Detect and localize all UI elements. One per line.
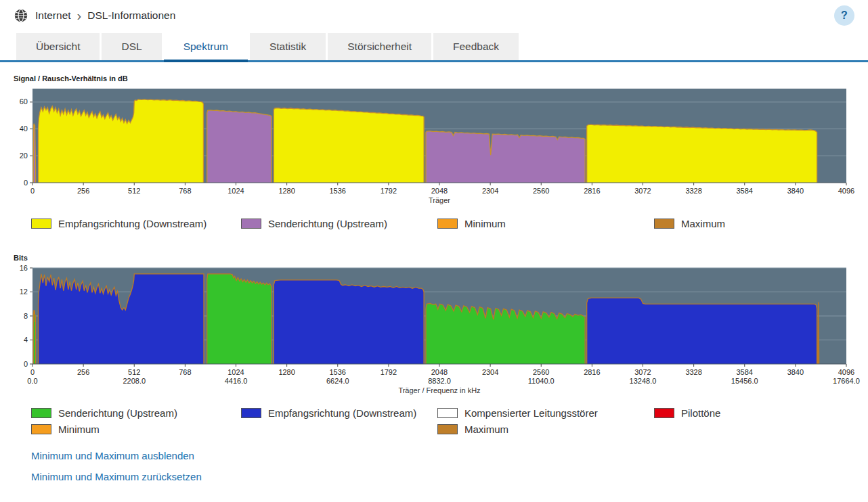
- y-tick-label: 0: [24, 360, 28, 368]
- internet-globe-icon: [14, 8, 28, 23]
- x-tick-label: 512: [128, 187, 140, 195]
- legend-item: Senderichtung (Upstream): [241, 218, 437, 229]
- tab-bar: Übersicht DSL Spektrum Statistik Störsic…: [0, 31, 868, 62]
- x-tick-label: 1280: [278, 187, 295, 195]
- x-tick-label: 512: [128, 368, 140, 376]
- legend-item: Minimum: [437, 218, 654, 229]
- x-tick-label: 1024: [227, 187, 244, 195]
- legend-swatch: [241, 219, 261, 229]
- y-tick-label: 4: [24, 336, 28, 344]
- legend-swatch: [437, 219, 458, 229]
- legend-label: Kompensierter Leitungsstörer: [464, 407, 598, 419]
- y-tick-label: 0: [24, 179, 28, 187]
- freq-tick-label: 8832.0: [428, 377, 451, 385]
- x-tick-label: 3072: [634, 187, 651, 195]
- legend-swatch: [31, 408, 51, 418]
- x-tick-label: 768: [179, 368, 191, 376]
- y-tick-label: 8: [24, 312, 28, 320]
- x-tick-label: 768: [179, 187, 191, 195]
- legend-item: Empfangsrichtung (Downstream): [241, 407, 437, 419]
- x-tick-label: 2304: [482, 187, 498, 195]
- snr-chart-legend: Empfangsrichtung (Downstream)Senderichtu…: [31, 218, 868, 229]
- help-button[interactable]: ?: [834, 5, 854, 26]
- freq-tick-label: 17664.0: [833, 377, 860, 385]
- freq-tick-label: 2208.0: [123, 377, 146, 385]
- page-title: DSL-Informationen: [87, 9, 175, 22]
- x-tick-label: 1792: [381, 187, 397, 195]
- x-tick-label: 2560: [533, 187, 549, 195]
- chart-band: [207, 274, 272, 364]
- x-tick-label: 4096: [838, 368, 854, 376]
- breadcrumb-section: Internet: [35, 9, 71, 22]
- legend-swatch: [437, 424, 458, 434]
- legend-label: Senderichtung (Upstream): [268, 218, 387, 229]
- breadcrumb: Internet › DSL-Informationen ?: [0, 0, 868, 31]
- legend-label: Empfangsrichtung (Downstream): [268, 407, 416, 419]
- chart-band: [426, 131, 585, 183]
- x-tick-label: 1536: [330, 187, 346, 195]
- legend-swatch: [654, 408, 674, 418]
- y-tick-label: 20: [20, 152, 28, 160]
- tab-feedback[interactable]: Feedback: [433, 33, 519, 60]
- freq-tick-label: 15456.0: [731, 377, 758, 385]
- x-axis-label: Träger / Frequenz in kHz: [398, 386, 480, 394]
- chart-band: [587, 298, 817, 364]
- snr-chart-title: Signal / Rausch-Verhältnis in dB: [14, 74, 868, 83]
- legend-label: Maximum: [464, 424, 508, 435]
- x-tick-label: 3328: [685, 187, 701, 195]
- x-tick-label: 4096: [838, 187, 854, 195]
- chart-band: [274, 108, 424, 183]
- x-tick-label: 256: [77, 368, 89, 376]
- x-tick-label: 1024: [227, 368, 244, 376]
- x-tick-label: 1536: [330, 368, 346, 376]
- reset-min-max-link[interactable]: Minimum und Maximum zurücksetzen: [31, 471, 868, 482]
- tab-uebersicht[interactable]: Übersicht: [16, 33, 100, 60]
- freq-tick-label: 4416.0: [225, 377, 248, 385]
- freq-tick-label: 11040.0: [528, 377, 555, 385]
- x-tick-label: 1792: [381, 368, 397, 376]
- x-tick-label: 3584: [737, 187, 753, 195]
- legend-label: Minimum: [464, 218, 506, 229]
- chart-actions: Minimum und Maximum ausblenden Minimum u…: [0, 450, 868, 482]
- legend-swatch: [241, 408, 261, 418]
- x-tick-label: 2048: [431, 368, 448, 376]
- x-tick-label: 0: [30, 368, 35, 376]
- y-tick-label: 12: [20, 288, 28, 296]
- spektrum-content: Signal / Rausch-Verhältnis in dB 0204060…: [0, 74, 868, 482]
- tab-dsl[interactable]: DSL: [102, 33, 161, 60]
- x-tick-label: 2560: [533, 368, 549, 376]
- legend-item: Pilottöne: [654, 407, 868, 419]
- legend-item: Empfangsrichtung (Downstream): [31, 218, 241, 229]
- y-tick-label: 16: [20, 264, 28, 272]
- x-tick-label: 3072: [634, 368, 651, 376]
- freq-tick-label: 6624.0: [326, 377, 349, 385]
- y-tick-label: 60: [20, 97, 28, 106]
- legend-item: Kompensierter Leitungsstörer: [437, 407, 654, 419]
- tab-statistik[interactable]: Statistik: [250, 33, 326, 60]
- snr-chart: 0204060025651276810241280153617922048230…: [0, 85, 868, 210]
- chart-band: [207, 110, 272, 183]
- x-tick-label: 2304: [482, 368, 498, 376]
- legend-label: Minimum: [58, 424, 100, 435]
- x-tick-label: 2816: [584, 187, 600, 195]
- breadcrumb-chevron-icon: ›: [77, 9, 82, 22]
- freq-tick-label: 0.0: [27, 377, 37, 385]
- bits-chart-legend: Senderichtung (Upstream)Empfangsrichtung…: [31, 407, 868, 435]
- dsl-informationen-page: { "header": { "breadcrumb": {"section": …: [0, 0, 868, 502]
- hide-min-max-link[interactable]: Minimum und Maximum ausblenden: [31, 450, 868, 461]
- legend-swatch: [31, 219, 51, 229]
- x-tick-label: 3584: [737, 368, 753, 376]
- x-tick-label: 256: [77, 187, 89, 195]
- legend-item: Minimum: [31, 424, 241, 435]
- x-tick-label: 1280: [278, 368, 295, 376]
- x-axis-label: Träger: [429, 196, 450, 204]
- legend-label: Empfangsrichtung (Downstream): [58, 218, 207, 229]
- legend-item: Senderichtung (Upstream): [31, 407, 241, 419]
- legend-label: Senderichtung (Upstream): [58, 407, 177, 419]
- tab-stoersicherheit[interactable]: Störsicherheit: [328, 33, 431, 60]
- legend-item: Maximum: [437, 424, 654, 435]
- x-tick-label: 0: [30, 187, 35, 195]
- legend-swatch: [437, 408, 458, 418]
- legend-swatch: [654, 219, 674, 229]
- tab-spektrum[interactable]: Spektrum: [164, 33, 248, 62]
